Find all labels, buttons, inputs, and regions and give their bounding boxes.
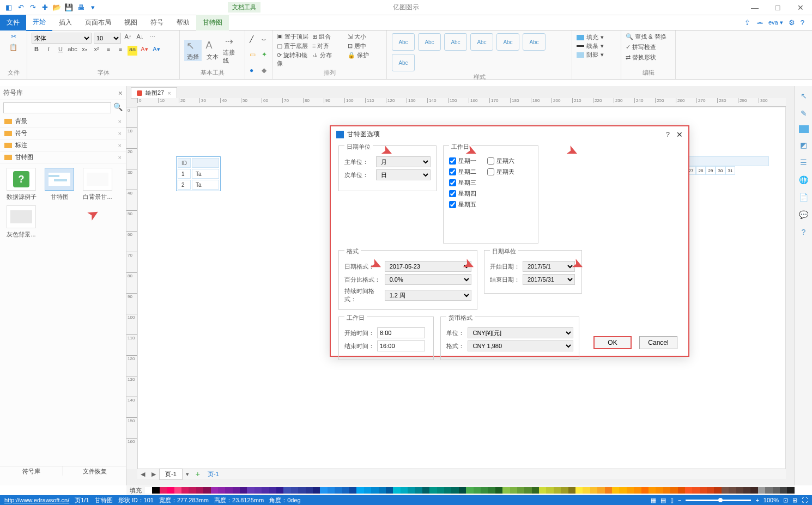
end-time-input[interactable] bbox=[377, 340, 425, 351]
style-swatch[interactable]: Abc bbox=[523, 33, 546, 51]
font-name-select[interactable]: 宋体 bbox=[32, 33, 92, 44]
bring-front-button[interactable]: ▣ 置于顶层 bbox=[277, 33, 311, 41]
view-page-icon[interactable]: ▯ bbox=[670, 497, 674, 504]
align-center-button[interactable]: ≡ bbox=[116, 46, 125, 56]
arrow-shape-icon[interactable]: ◆ bbox=[262, 66, 271, 74]
menu-start[interactable]: 开始 bbox=[26, 14, 52, 31]
print-icon[interactable]: 🖶 bbox=[76, 3, 85, 12]
page-prev-icon[interactable]: ◀ bbox=[137, 471, 148, 478]
help-icon[interactable]: ? bbox=[801, 19, 804, 27]
duration-format-select[interactable]: 1.2 周 bbox=[385, 290, 471, 301]
select-tool[interactable]: ↖选择 bbox=[184, 40, 202, 61]
leftpanel-close-icon[interactable]: × bbox=[118, 89, 123, 98]
menu-gantt[interactable]: 甘特图 bbox=[196, 15, 229, 31]
minimize-button[interactable]: — bbox=[743, 3, 766, 12]
user-menu[interactable]: eva ▾ bbox=[768, 19, 783, 26]
style-swatch[interactable]: Abc bbox=[418, 33, 441, 51]
rail-doc-icon[interactable]: 📄 bbox=[798, 192, 809, 203]
text-tool[interactable]: A文本 bbox=[204, 40, 221, 61]
spellcheck-button[interactable]: ✓ 拼写检查 bbox=[626, 43, 671, 51]
close-button[interactable]: ✕ bbox=[789, 3, 812, 12]
send-back-button[interactable]: ▢ 置于底层 bbox=[277, 42, 311, 50]
menu-help[interactable]: 帮助 bbox=[170, 15, 196, 31]
menu-view[interactable]: 视图 bbox=[118, 15, 144, 31]
dialog-help-icon[interactable]: ? bbox=[666, 131, 670, 138]
menu-symbol[interactable]: 符号 bbox=[144, 15, 170, 31]
line-button[interactable]: 线条 bbox=[586, 42, 598, 50]
start-time-input[interactable] bbox=[377, 327, 425, 338]
paste-icon[interactable]: 📋 bbox=[9, 44, 17, 51]
font-grow-icon[interactable]: A↑ bbox=[123, 33, 133, 43]
save-icon[interactable]: 💾 bbox=[64, 3, 73, 12]
font-shrink-icon[interactable]: A↓ bbox=[135, 33, 145, 43]
add-page-icon[interactable]: + bbox=[192, 470, 203, 478]
tab-library[interactable]: 符号库 bbox=[0, 466, 63, 476]
style-swatch[interactable]: Abc bbox=[444, 33, 467, 51]
menu-file[interactable]: 文件 bbox=[0, 15, 26, 31]
currency-format-select[interactable]: CNY 1,980 bbox=[468, 340, 573, 351]
dialog-close-icon[interactable]: ✕ bbox=[676, 130, 683, 139]
maximize-button[interactable]: □ bbox=[766, 3, 789, 12]
find-replace-button[interactable]: 🔍 查找 & 替换 bbox=[626, 33, 671, 41]
rail-edit-icon[interactable]: ✎ bbox=[798, 108, 809, 119]
rotate-button[interactable]: ⟳ 旋转和镜像 bbox=[277, 51, 311, 68]
view-mode-icon[interactable]: ▦ bbox=[651, 497, 656, 504]
menu-insert[interactable]: 插入 bbox=[52, 15, 78, 31]
ok-button[interactable]: OK bbox=[593, 336, 632, 349]
color-swatches[interactable] bbox=[145, 487, 795, 494]
menu-pagelayout[interactable]: 页面布局 bbox=[78, 15, 118, 31]
checkbox-sat[interactable]: 星期六 bbox=[487, 157, 514, 165]
end-date-select[interactable]: 2017/5/31 bbox=[523, 274, 575, 285]
circle-shape-icon[interactable]: ● bbox=[250, 66, 259, 74]
superscript-button[interactable]: x² bbox=[92, 46, 101, 56]
tab-recover[interactable]: 文件恢复 bbox=[63, 466, 126, 476]
curve-shape-icon[interactable]: ⌣ bbox=[262, 35, 271, 43]
fullscreen-icon[interactable]: ⛶ bbox=[802, 497, 808, 503]
align-left-button[interactable]: ≡ bbox=[104, 46, 113, 56]
new-icon[interactable]: ✚ bbox=[40, 3, 49, 12]
start-date-select[interactable]: 2017/5/1 bbox=[523, 261, 575, 272]
rail-cursor-icon[interactable]: ↖ bbox=[798, 90, 809, 101]
group-button[interactable]: ⊞ 组合 bbox=[312, 33, 347, 41]
rect-shape-icon[interactable]: ▭ bbox=[250, 51, 259, 58]
checkbox-wed[interactable]: 星期三 bbox=[449, 179, 476, 187]
library-category[interactable]: 甘特图× bbox=[0, 151, 126, 163]
rail-list-icon[interactable]: ☰ bbox=[798, 157, 809, 168]
cancel-button[interactable]: Cancel bbox=[639, 336, 677, 349]
style-swatch[interactable]: Abc bbox=[392, 54, 415, 71]
strike-button[interactable]: abc bbox=[68, 46, 77, 56]
document-tab[interactable]: 绘图27 × bbox=[131, 87, 177, 99]
subscript-button[interactable]: x₂ bbox=[80, 46, 89, 56]
font-size-select[interactable]: 10 bbox=[94, 33, 121, 44]
bold-button[interactable]: B bbox=[32, 46, 41, 56]
redo-icon[interactable]: ↷ bbox=[28, 3, 37, 12]
library-item-gantt[interactable]: 甘特图 bbox=[43, 168, 76, 201]
search-icon[interactable]: 🔍 bbox=[113, 102, 123, 113]
highlight-button[interactable]: aa bbox=[128, 46, 137, 56]
align-button[interactable]: ≡ 对齐 bbox=[312, 42, 347, 50]
currency-unit-select[interactable]: CNY[¥][元] bbox=[468, 327, 573, 338]
rail-panel-icon[interactable] bbox=[799, 125, 809, 133]
line-shape-icon[interactable]: ╱ bbox=[250, 35, 259, 43]
library-search-input[interactable] bbox=[3, 102, 111, 113]
open-icon[interactable]: 📂 bbox=[52, 3, 61, 12]
view-layout-icon[interactable]: ▤ bbox=[660, 497, 666, 504]
date-format-select[interactable]: 2017-05-23 bbox=[385, 261, 471, 272]
style-swatch[interactable]: Abc bbox=[470, 33, 493, 51]
zoom-slider[interactable] bbox=[686, 500, 751, 501]
font-color-button[interactable]: A▾ bbox=[140, 46, 149, 56]
rail-chart-icon[interactable]: ◩ bbox=[798, 139, 809, 150]
percent-format-select[interactable]: 0.0% bbox=[385, 274, 471, 285]
checkbox-fri[interactable]: 星期五 bbox=[449, 200, 476, 209]
share-icon[interactable]: ⫘ bbox=[756, 19, 763, 27]
replace-shape-button[interactable]: ⇄ 替换形状 bbox=[626, 53, 671, 62]
protect-button[interactable]: 🔒 保护 bbox=[348, 51, 382, 68]
page-tab[interactable]: 页-1 bbox=[159, 469, 183, 480]
checkbox-thu[interactable]: 星期四 bbox=[449, 190, 476, 198]
qat-more-icon[interactable]: ▾ bbox=[88, 3, 97, 12]
doc-tab-close-icon[interactable]: × bbox=[167, 90, 171, 96]
size-button[interactable]: ⇲ 大小 bbox=[348, 33, 382, 41]
center-button[interactable]: ⊡ 居中 bbox=[348, 42, 382, 50]
gantt-table[interactable]: ID 1Ta 2Ta bbox=[176, 156, 221, 191]
sub-unit-select[interactable]: 日 bbox=[376, 169, 431, 180]
